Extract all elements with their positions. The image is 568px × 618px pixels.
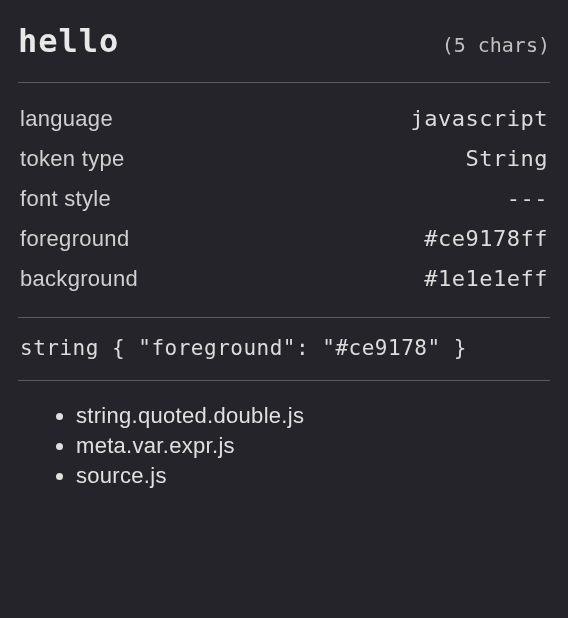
- prop-label: foreground: [20, 226, 129, 252]
- prop-value: String: [466, 146, 548, 171]
- scope-item: meta.var.expr.js: [76, 431, 550, 461]
- scope-list: string.quoted.double.js meta.var.expr.js…: [76, 401, 550, 491]
- prop-value: ---: [507, 186, 548, 211]
- token-properties: language javascript token type String fo…: [18, 83, 550, 317]
- scope-item: string.quoted.double.js: [76, 401, 550, 431]
- prop-value: #1e1e1eff: [424, 266, 548, 291]
- prop-label: font style: [20, 186, 111, 212]
- prop-label: token type: [20, 146, 125, 172]
- scope-item: source.js: [76, 461, 550, 491]
- prop-row-foreground: foreground #ce9178ff: [18, 219, 550, 259]
- prop-row-font-style: font style ---: [18, 179, 550, 219]
- prop-row-background: background #1e1e1eff: [18, 259, 550, 299]
- textmate-scopes: string.quoted.double.js meta.var.expr.js…: [18, 381, 550, 491]
- char-count: (5 chars): [442, 33, 550, 57]
- prop-label: background: [20, 266, 138, 292]
- prop-value: #ce9178ff: [424, 226, 548, 251]
- prop-value: javascript: [411, 106, 548, 131]
- token-text: hello: [18, 22, 119, 60]
- prop-row-token-type: token type String: [18, 139, 550, 179]
- token-header: hello (5 chars): [18, 22, 550, 82]
- prop-label: language: [20, 106, 113, 132]
- theme-rule: string { "foreground": "#ce9178" }: [18, 318, 550, 380]
- prop-row-language: language javascript: [18, 99, 550, 139]
